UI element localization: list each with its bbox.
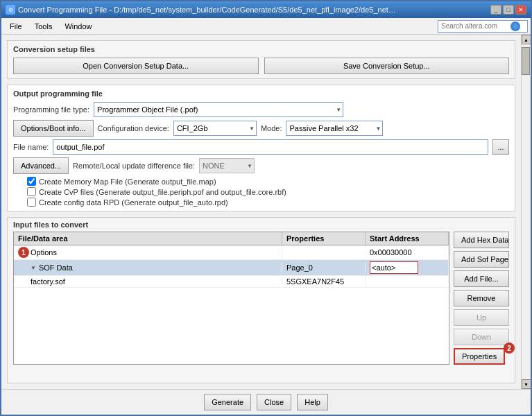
generate-button[interactable]: Generate <box>204 394 251 410</box>
mode-value: Passive Parallel x32 <box>289 124 358 132</box>
main-window: ⚙ Convert Programming File - D:/tmp/de5_… <box>0 0 532 416</box>
checkbox1-label: Create Memory Map File (Generate output_… <box>39 177 216 186</box>
factory-addr-cell <box>366 280 449 283</box>
prog-file-arrow: ▼ <box>336 107 341 113</box>
checkbox3-row: Create config data RPD (Generate output_… <box>27 198 509 207</box>
checkbox2-label: Create CvP files (Generate output_file.p… <box>39 188 286 196</box>
remove-button[interactable]: Remove <box>454 290 509 306</box>
bottom-bar: Generate Close Help <box>1 389 531 415</box>
config-device-value: CFI_2Gb <box>177 124 208 132</box>
filename-input[interactable] <box>53 139 488 155</box>
maximize-button[interactable]: □ <box>503 5 514 15</box>
menu-tools[interactable]: Tools <box>29 21 58 32</box>
checkbox2[interactable] <box>27 187 36 196</box>
config-device-arrow: ▼ <box>249 125 255 132</box>
advanced-row: Advanced... Remote/Local update differen… <box>13 157 509 174</box>
scrollbar[interactable]: ▲ ▼ <box>521 35 531 389</box>
sofdata-name: SOF Data <box>39 263 73 272</box>
conversion-setup-title: Conversion setup files <box>13 45 509 53</box>
prog-file-label: Programming file type: <box>13 105 89 114</box>
output-programming-section: Output programming file Programming file… <box>7 85 515 211</box>
advanced-button[interactable]: Advanced... <box>13 157 69 174</box>
options-addr-cell: 0x00030000 <box>366 247 449 258</box>
scroll-track <box>522 44 531 379</box>
properties-button-container: Properties 2 <box>454 348 509 365</box>
properties-button[interactable]: Properties <box>454 348 505 365</box>
scroll-down-button[interactable]: ▼ <box>522 379 531 389</box>
table-row[interactable]: ▼ SOF Data Page_0 <box>14 260 449 276</box>
close-button[interactable]: ✕ <box>515 5 526 15</box>
conversion-setup-row: Open Conversion Setup Data... Save Conve… <box>13 58 509 74</box>
conversion-setup-section: Conversion setup files Open Conversion S… <box>7 40 515 79</box>
minimize-button[interactable]: _ <box>490 5 501 15</box>
open-conversion-button[interactable]: Open Conversion Setup Data... <box>13 58 259 74</box>
col-addr: Start Address <box>366 232 449 245</box>
filename-label: File name: <box>13 143 49 151</box>
checkbox1[interactable] <box>27 177 36 186</box>
checkbox2-row: Create CvP files (Generate output_file.p… <box>27 187 509 196</box>
options-file-cell: 1 Options <box>14 245 282 259</box>
title-bar-left: ⚙ Convert Programming File - D:/tmp/de5_… <box>6 5 400 15</box>
main-content: Conversion setup files Open Conversion S… <box>1 35 531 389</box>
scroll-up-button[interactable]: ▲ <box>522 35 531 44</box>
title-bar: ⚙ Convert Programming File - D:/tmp/de5_… <box>1 1 531 18</box>
input-files-table: File/Data area Properties Start Address … <box>13 232 449 365</box>
add-hex-data-button[interactable]: Add Hex Data <box>454 232 509 248</box>
options-props-cell <box>282 251 366 254</box>
sofdata-file-cell: ▼ SOF Data <box>14 262 282 273</box>
help-button[interactable]: Help <box>297 394 328 410</box>
app-icon: ⚙ <box>6 5 15 15</box>
menu-file[interactable]: File <box>4 21 28 32</box>
remote-local-value: NONE <box>203 162 225 170</box>
badge-2: 2 <box>504 343 515 354</box>
remote-local-label: Remote/Local update difference file: <box>73 162 195 170</box>
title-buttons: _ □ ✕ <box>490 5 526 15</box>
remote-local-select[interactable]: NONE ▼ <box>199 158 255 173</box>
content-area: Conversion setup files Open Conversion S… <box>1 35 521 389</box>
sofdata-props-cell: Page_0 <box>282 262 366 273</box>
factory-name: factory.sof <box>31 277 65 286</box>
sofdata-addr-input[interactable] <box>370 261 418 274</box>
add-file-button[interactable]: Add File... <box>454 270 509 287</box>
options-name: Options <box>31 248 57 257</box>
badge-1: 1 <box>18 247 29 258</box>
browse-button[interactable]: ... <box>492 139 509 155</box>
menu-items: File Tools Window <box>4 21 98 32</box>
remote-local-arrow: ▼ <box>247 163 252 169</box>
config-device-select[interactable]: CFI_2Gb ▼ <box>173 121 257 136</box>
mode-select[interactable]: Passive Parallel x32 ▼ <box>286 121 383 136</box>
add-sof-page-button[interactable]: Add Sof Page <box>454 251 509 268</box>
table-body: 1 Options 0x00030000 ▼ <box>14 245 449 288</box>
window-title: Convert Programming File - D:/tmp/de5_ne… <box>18 6 400 14</box>
mode-label: Mode: <box>261 124 282 132</box>
scroll-thumb[interactable] <box>522 47 530 75</box>
factory-props-cell: 5SGXEA7N2F45 <box>282 276 366 287</box>
input-files-section: Input files to convert File/Data area Pr… <box>7 217 515 383</box>
search-box <box>438 20 528 33</box>
down-button[interactable]: Down <box>454 329 509 345</box>
checkbox3-label: Create config data RPD (Generate output_… <box>39 198 228 207</box>
sofdata-addr-cell <box>366 260 449 275</box>
close-dialog-button[interactable]: Close <box>257 394 291 410</box>
prog-file-select[interactable]: Programmer Object File (.pof) ▼ <box>94 102 343 117</box>
filename-row: File name: ... <box>13 139 509 155</box>
table-row[interactable]: 1 Options 0x00030000 <box>14 245 449 260</box>
col-props: Properties <box>282 232 366 245</box>
checkbox1-row: Create Memory Map File (Generate output_… <box>27 177 509 186</box>
globe-icon <box>510 21 520 31</box>
table-row[interactable]: factory.sof 5SGXEA7N2F45 <box>14 276 449 288</box>
menu-window[interactable]: Window <box>59 21 97 32</box>
search-input[interactable] <box>441 22 510 30</box>
input-files-body: File/Data area Properties Start Address … <box>8 232 515 370</box>
checkbox3[interactable] <box>27 198 36 207</box>
options-boot-button[interactable]: Options/Boot info... <box>13 120 94 137</box>
table-header: File/Data area Properties Start Address <box>14 232 449 245</box>
config-mode-row: Options/Boot info... Configuration devic… <box>13 120 509 137</box>
up-button[interactable]: Up <box>454 309 509 326</box>
save-conversion-button[interactable]: Save Conversion Setup... <box>264 58 510 74</box>
config-device-label: Configuration device: <box>98 124 169 132</box>
factory-file-cell: factory.sof <box>14 276 282 287</box>
programming-file-type-row: Programming file type: Programmer Object… <box>13 102 509 117</box>
menu-bar: File Tools Window <box>1 18 531 35</box>
col-file: File/Data area <box>14 232 282 245</box>
